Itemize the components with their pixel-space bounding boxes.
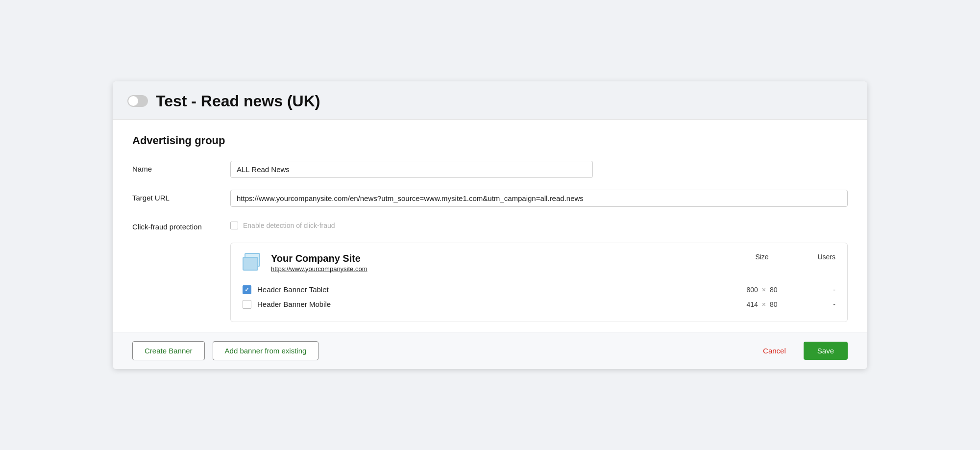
modal-title: Test - Read news (UK)	[156, 92, 320, 110]
click-fraud-checkbox[interactable]	[230, 222, 238, 229]
site-header: Your Company Site https://www.yourcompan…	[243, 253, 835, 275]
section-title: Advertising group	[132, 134, 848, 147]
name-form-control	[230, 161, 848, 178]
banner-mobile-height: 80	[770, 300, 778, 308]
target-url-input[interactable]	[230, 190, 848, 207]
col-users-header: Users	[796, 253, 835, 261]
target-url-label: Target URL	[132, 190, 230, 202]
click-fraud-control: Enable detection of click-fraud	[230, 219, 848, 229]
site-url: https://www.yourcompanysite.com	[271, 265, 728, 273]
banner-mobile-users: -	[796, 300, 835, 308]
site-section: Your Company Site https://www.yourcompan…	[230, 243, 848, 322]
site-name: Your Company Site	[271, 253, 728, 264]
add-banner-button[interactable]: Add banner from existing	[213, 341, 319, 360]
create-banner-button[interactable]: Create Banner	[132, 341, 205, 360]
name-row: Name	[132, 161, 848, 178]
site-icon	[243, 253, 264, 275]
toggle-switch[interactable]	[127, 95, 148, 107]
banner-tablet-checkbox[interactable]: ✓	[243, 285, 251, 294]
banner-mobile-size: 414 × 80	[728, 300, 796, 308]
banner-row-mobile: Header Banner Mobile 414 × 80 -	[243, 297, 835, 312]
banner-tablet-size: 800 × 80	[728, 286, 796, 294]
checkmark-icon: ✓	[245, 286, 249, 293]
save-button[interactable]: Save	[804, 342, 848, 360]
name-label: Name	[132, 161, 230, 173]
click-fraud-checkbox-label: Enable detection of click-fraud	[243, 222, 335, 229]
times-icon-tablet: ×	[762, 286, 766, 294]
modal-header: Test - Read news (UK)	[113, 81, 867, 120]
icon-layer-front	[243, 257, 258, 271]
target-url-form-control	[230, 190, 848, 207]
banner-tablet-name: Header Banner Tablet	[257, 285, 728, 294]
click-fraud-row: Click-fraud protection Enable detection …	[132, 219, 848, 231]
modal-container: Test - Read news (UK) Advertising group …	[113, 81, 867, 369]
name-input[interactable]	[230, 161, 593, 178]
modal-body: Advertising group Name Target URL Click-…	[113, 120, 867, 332]
banner-mobile-width: 414	[747, 300, 758, 308]
target-url-row: Target URL	[132, 190, 848, 207]
times-icon-mobile: ×	[762, 300, 766, 308]
banner-mobile-checkbox[interactable]	[243, 300, 251, 309]
cancel-button[interactable]: Cancel	[753, 342, 796, 360]
banner-tablet-users: -	[796, 286, 835, 294]
col-size-header: Size	[728, 253, 796, 261]
modal-footer: Create Banner Add banner from existing C…	[113, 332, 867, 369]
banner-tablet-width: 800	[747, 286, 758, 294]
click-fraud-label: Click-fraud protection	[132, 219, 230, 231]
banner-row-tablet: ✓ Header Banner Tablet 800 × 80 -	[243, 282, 835, 297]
site-info: Your Company Site https://www.yourcompan…	[271, 253, 728, 273]
banner-mobile-name: Header Banner Mobile	[257, 300, 728, 308]
banner-tablet-height: 80	[770, 286, 778, 294]
